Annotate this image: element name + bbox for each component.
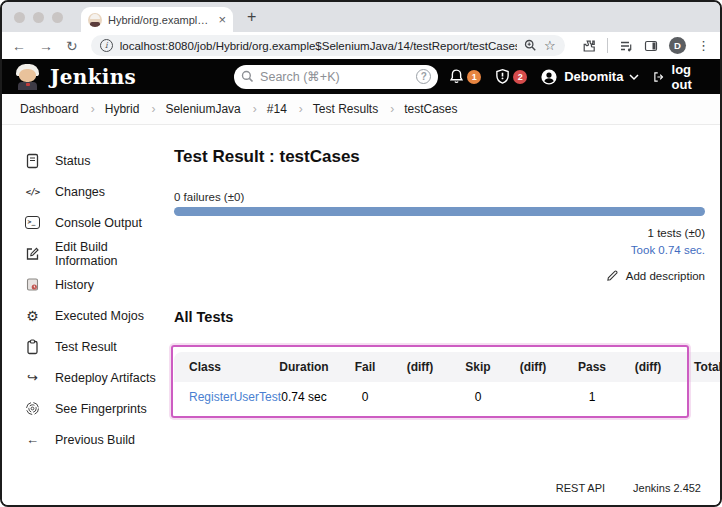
- breadcrumb-testcases[interactable]: testCases: [380, 102, 459, 116]
- sidebar-item-status[interactable]: Status: [24, 145, 167, 176]
- all-tests-table-wrap: Class Duration Fail (diff) Skip (diff) P…: [174, 352, 701, 412]
- browser-toolbar: ← → ↻ i localhost:8080/job/Hybrid/org.ex…: [2, 32, 720, 59]
- side-panel-icon[interactable]: [644, 39, 658, 53]
- page-footer: REST API Jenkins 2.452: [556, 482, 701, 494]
- sidebar-label: Redeploy Artifacts: [55, 371, 156, 385]
- sidebar-label: Status: [55, 154, 90, 168]
- browser-window: Hybrid/org.example:Selenium × + ← → ↻ i …: [0, 0, 722, 507]
- took-duration-link[interactable]: Took 0.74 sec.: [174, 244, 705, 256]
- jenkins-brand[interactable]: Jenkins: [50, 65, 136, 89]
- cell-duration: 0.74 sec: [264, 390, 344, 404]
- extensions-icon[interactable]: [582, 39, 596, 53]
- jenkins-header: Jenkins Search (⌘+K) ? 1 2 Debomita log: [2, 59, 720, 94]
- header-actions: 1 2 Debomita log out: [448, 62, 707, 92]
- breadcrumb-build-14[interactable]: #14: [243, 102, 289, 116]
- sidebar-item-test-result[interactable]: Test Result: [24, 331, 167, 362]
- table-row: RegisterUserTest 0.74 sec 0 0 1: [174, 382, 722, 412]
- gear-icon: ⚙: [24, 308, 41, 324]
- reload-icon[interactable]: ↻: [66, 39, 78, 53]
- breadcrumb-test-results[interactable]: Test Results: [289, 102, 380, 116]
- fingerprint-icon: [24, 401, 41, 416]
- sidebar-item-changes[interactable]: </> Changes: [24, 176, 167, 207]
- chevron-down-icon: [629, 73, 639, 81]
- jenkins-favicon-icon: [88, 13, 102, 27]
- cell-pass: 1: [564, 390, 620, 404]
- forward-icon[interactable]: →: [39, 39, 53, 53]
- security-warnings-button[interactable]: 2: [494, 68, 527, 85]
- logout-icon: [652, 69, 665, 85]
- sidebar-item-executed-mojos[interactable]: ⚙ Executed Mojos: [24, 300, 167, 331]
- notification-badge: 1: [467, 70, 481, 84]
- tab-title: Hybrid/org.example:Selenium: [108, 14, 212, 26]
- sidebar-item-previous-build[interactable]: ← Previous Build: [24, 424, 167, 455]
- browser-profile-avatar[interactable]: D: [669, 37, 686, 54]
- all-tests-title: All Tests: [174, 309, 701, 325]
- window-minimize-button[interactable]: [33, 12, 44, 23]
- sidebar-label: See Fingerprints: [55, 402, 147, 416]
- console-icon: >_: [24, 216, 41, 229]
- col-skip-diff[interactable]: (diff): [502, 360, 564, 374]
- logout-label: log out: [672, 62, 707, 92]
- back-icon[interactable]: ←: [12, 39, 26, 53]
- test-result-progress-bar: [174, 207, 705, 216]
- sidebar-item-redeploy-artifacts[interactable]: ↪ Redeploy Artifacts: [24, 362, 167, 393]
- tests-count-label: 1 tests (±0): [648, 227, 705, 239]
- jenkins-version-label: Jenkins 2.452: [633, 482, 701, 494]
- window-controls[interactable]: [14, 12, 63, 23]
- col-duration[interactable]: Duration: [264, 360, 344, 374]
- browser-tab[interactable]: Hybrid/org.example:Selenium ×: [81, 7, 233, 32]
- rest-api-link[interactable]: REST API: [556, 482, 605, 494]
- search-icon: [241, 70, 254, 83]
- user-menu-button[interactable]: Debomita: [540, 68, 639, 86]
- window-maximize-button[interactable]: [52, 12, 63, 23]
- tab-close-icon[interactable]: ×: [218, 13, 226, 26]
- global-search-input[interactable]: Search (⌘+K) ?: [234, 65, 438, 89]
- add-description-button[interactable]: Add description: [174, 269, 705, 282]
- url-text[interactable]: localhost:8080/job/Hybrid/org.example$Se…: [120, 40, 517, 52]
- shield-icon: [494, 68, 511, 85]
- col-fail[interactable]: Fail: [344, 360, 386, 374]
- sidebar-label: Console Output: [55, 216, 142, 230]
- col-pass[interactable]: Pass: [564, 360, 620, 374]
- sidebar-item-console-output[interactable]: >_ Console Output: [24, 207, 167, 238]
- main-panel: Test Result : testCases 0 failures (±0) …: [167, 125, 720, 505]
- search-placeholder: Search (⌘+K): [260, 69, 410, 84]
- site-info-icon[interactable]: i: [100, 39, 113, 52]
- notifications-button[interactable]: 1: [448, 68, 481, 85]
- failures-label: 0 failures (±0): [174, 191, 701, 203]
- breadcrumb-dashboard[interactable]: Dashboard: [18, 102, 81, 116]
- logout-button[interactable]: log out: [652, 62, 707, 92]
- search-help-icon[interactable]: ?: [416, 69, 431, 84]
- col-fail-diff[interactable]: (diff): [386, 360, 454, 374]
- window-close-button[interactable]: [14, 12, 25, 23]
- sidebar-label: Test Result: [55, 340, 117, 354]
- cell-fail: 0: [344, 390, 386, 404]
- jenkins-butler-logo-icon[interactable]: [15, 64, 40, 90]
- zoom-page-icon[interactable]: [524, 39, 537, 52]
- col-skip[interactable]: Skip: [454, 360, 502, 374]
- test-class-link[interactable]: RegisterUserTest: [174, 390, 264, 404]
- new-tab-button[interactable]: +: [247, 8, 256, 26]
- reading-list-icon[interactable]: [619, 39, 633, 53]
- browser-menu-icon[interactable]: ⋮: [697, 38, 710, 53]
- bookmark-star-icon[interactable]: ☆: [544, 38, 556, 53]
- col-pass-diff[interactable]: (diff): [620, 360, 676, 374]
- tab-strip: Hybrid/org.example:Selenium × +: [2, 2, 720, 32]
- redeploy-icon: ↪: [24, 370, 41, 385]
- breadcrumb: Dashboard Hybrid SeleniumJava #14 Test R…: [2, 94, 720, 125]
- pencil-icon: [606, 269, 619, 282]
- breadcrumb-seleniumjava[interactable]: SeleniumJava: [141, 102, 242, 116]
- sidebar-item-see-fingerprints[interactable]: See Fingerprints: [24, 393, 167, 424]
- page-content: Status </> Changes >_ Console Output Edi…: [2, 125, 720, 505]
- col-class[interactable]: Class: [174, 360, 264, 374]
- history-icon: [24, 277, 41, 292]
- clipboard-icon: [24, 339, 41, 355]
- col-total[interactable]: Total: [676, 360, 722, 374]
- breadcrumb-hybrid[interactable]: Hybrid: [81, 102, 142, 116]
- sidebar-item-history[interactable]: History: [24, 269, 167, 300]
- address-bar[interactable]: i localhost:8080/job/Hybrid/org.example$…: [91, 35, 565, 56]
- sidebar-label: Previous Build: [55, 433, 135, 447]
- changes-icon: </>: [24, 187, 41, 197]
- add-description-label: Add description: [626, 270, 705, 282]
- sidebar-item-edit-build-information[interactable]: Edit Build Information: [24, 238, 167, 269]
